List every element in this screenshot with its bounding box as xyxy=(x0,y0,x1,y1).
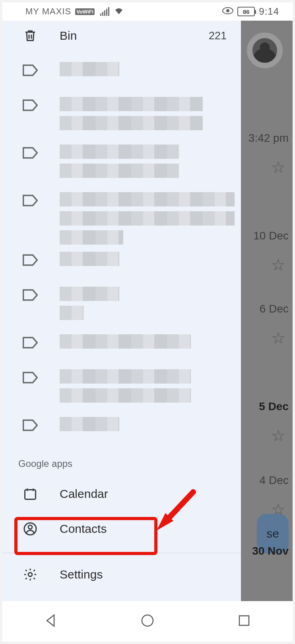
svg-rect-11 xyxy=(239,616,249,625)
drawer-label-item[interactable] xyxy=(2,408,241,443)
gear-icon xyxy=(22,567,38,582)
drawer-label-item[interactable] xyxy=(2,326,241,361)
drawer-item-label: Calendar xyxy=(60,487,229,501)
drawer-section-google-apps: Google apps xyxy=(2,443,241,476)
drawer-item-help[interactable]: Help and feedback xyxy=(2,593,241,601)
calendar-icon xyxy=(22,487,38,501)
label-icon xyxy=(22,419,38,431)
system-nav-bar xyxy=(2,601,293,642)
label-icon xyxy=(22,254,38,266)
svg-point-4 xyxy=(28,525,32,529)
mail-time: 10 Dec xyxy=(235,229,289,242)
star-icon[interactable]: ☆ xyxy=(271,256,285,274)
compose-fragment: se xyxy=(266,527,279,540)
label-icon xyxy=(22,337,38,349)
drawer-item-bin[interactable]: Bin 221 xyxy=(2,21,241,53)
drawer-label-item[interactable] xyxy=(2,278,241,326)
drawer-label-item[interactable] xyxy=(2,53,241,88)
drawer-item-count: 221 xyxy=(209,30,229,42)
drawer-item-calendar[interactable]: Calendar xyxy=(2,476,241,511)
star-icon[interactable]: ☆ xyxy=(271,426,285,445)
nav-home-button[interactable] xyxy=(140,613,155,630)
mail-time: 5 Dec xyxy=(235,400,289,413)
contacts-icon xyxy=(22,522,38,536)
star-icon[interactable]: ☆ xyxy=(271,329,285,347)
nav-back-button[interactable] xyxy=(43,613,59,630)
status-left: MY MAXIS VoWiFi xyxy=(25,6,124,17)
mail-time: 6 Dec xyxy=(235,303,289,315)
drawer-label-item[interactable] xyxy=(2,88,241,136)
drawer-label-item[interactable] xyxy=(2,136,241,183)
nav-recent-button[interactable] xyxy=(236,613,252,630)
drawer-item-label: Contacts xyxy=(60,522,229,536)
bin-icon xyxy=(22,29,38,43)
signal-icon xyxy=(100,7,109,16)
avatar[interactable] xyxy=(247,33,283,68)
mail-time: 4 Dec xyxy=(235,474,289,487)
drawer-item-contacts[interactable]: Contacts xyxy=(2,511,241,546)
mail-list-dimmed: 3:42 pm ☆ 10 Dec ☆ 6 Dec ☆ 5 Dec ☆ 4 Dec… xyxy=(239,21,293,601)
battery-icon: 86 xyxy=(237,7,255,16)
drawer-item-label: Settings xyxy=(60,568,229,581)
label-icon xyxy=(22,147,38,159)
status-bar: MY MAXIS VoWiFi 86 9:14 xyxy=(2,2,293,21)
navigation-drawer[interactable]: Bin 221 xyxy=(2,21,241,601)
label-icon xyxy=(22,195,38,206)
mail-time: 30 Nov xyxy=(235,545,289,557)
mail-time: 3:42 pm xyxy=(235,132,289,145)
label-icon xyxy=(22,64,38,76)
svg-point-5 xyxy=(28,573,32,577)
wifi-icon xyxy=(114,6,124,17)
separator xyxy=(2,553,241,553)
svg-point-1 xyxy=(226,9,229,12)
drawer-item-label: Bin xyxy=(60,29,187,42)
drawer-label-item[interactable] xyxy=(2,183,241,243)
drawer-label-item[interactable] xyxy=(2,243,241,278)
status-right: 86 9:14 xyxy=(222,6,279,17)
svg-point-10 xyxy=(142,615,153,626)
label-icon xyxy=(22,289,38,301)
vowifi-badge: VoWiFi xyxy=(75,8,95,15)
star-icon[interactable]: ☆ xyxy=(271,158,285,176)
drawer-label-item[interactable] xyxy=(2,361,241,408)
carrier-name: MY MAXIS xyxy=(25,6,71,17)
label-icon xyxy=(22,372,38,384)
label-icon xyxy=(22,99,38,111)
svg-rect-2 xyxy=(25,490,36,499)
eye-icon xyxy=(222,6,233,17)
clock: 9:14 xyxy=(259,6,279,17)
drawer-item-settings[interactable]: Settings xyxy=(2,556,241,593)
